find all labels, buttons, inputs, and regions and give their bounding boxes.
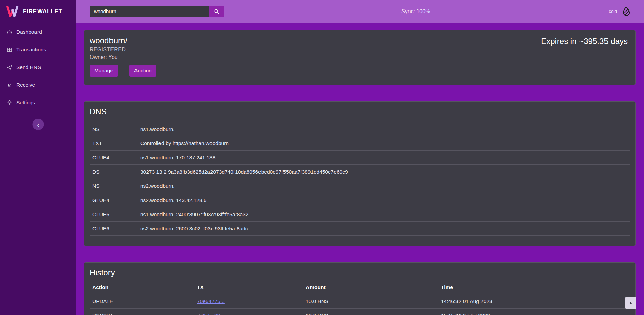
dns-record-value: Controlled by https://nathan.woodburn	[138, 136, 630, 151]
manage-button[interactable]: Manage	[90, 65, 118, 77]
app-root: FIREWALLET Dashboard Transactions Send H…	[0, 0, 644, 315]
sidebar-item-label: Settings	[16, 99, 35, 106]
domain-expiry: Expires in ~395.35 days	[541, 36, 628, 46]
history-amount: 10.0 HNS	[303, 294, 438, 309]
brand: FIREWALLET	[0, 0, 76, 23]
dns-record-type: TXT	[90, 136, 138, 151]
history-row: RENEW d79c5e08... 10.0 HNS 15:15:36 07 J…	[90, 309, 630, 315]
sidebar-item-settings[interactable]: Settings	[0, 94, 76, 111]
dns-record-row: TXT Controlled by https://nathan.woodbur…	[90, 136, 630, 151]
sidebar-item-send-hns[interactable]: Send HNS	[0, 59, 76, 76]
tx-link[interactable]: d79c5e08...	[197, 313, 224, 315]
sidebar-item-label: Dashboard	[16, 29, 42, 35]
dns-record-value: ns2.woodburn. 143.42.128.6	[138, 193, 630, 207]
search-button[interactable]	[209, 6, 224, 17]
brand-name: FIREWALLET	[23, 8, 63, 15]
search-box	[90, 6, 224, 17]
gear-icon	[7, 100, 13, 106]
domain-owner: Owner: You	[90, 54, 156, 60]
scroll-to-top-button[interactable]: ▲	[625, 297, 636, 309]
domain-card-left: woodburn/ REGISTERED Owner: You Manage A…	[90, 36, 156, 77]
dns-record-type: GLUE4	[90, 151, 138, 165]
sidebar: FIREWALLET Dashboard Transactions Send H…	[0, 0, 76, 315]
history-table: Action TX Amount Time UPDATE 70e64775...…	[90, 280, 630, 315]
history-time: 14:46:32 01 Aug 2023	[438, 294, 630, 309]
dns-record-row: DS 30273 13 2 9a3a8fb3d625d2a2073d740f10…	[90, 165, 630, 179]
sidebar-collapse-button[interactable]: ‹	[32, 119, 44, 130]
sync-status: Sync: 100%	[401, 8, 430, 15]
sidebar-item-label: Receive	[16, 82, 35, 88]
dns-record-type: GLUE6	[90, 207, 138, 222]
history-amount: 10.0 HNS	[303, 309, 438, 315]
dns-record-value: ns2.woodburn.	[138, 179, 630, 193]
tx-link[interactable]: 70e64775...	[197, 298, 225, 304]
history-col-action: Action	[90, 280, 194, 294]
firewallet-flame-icon[interactable]	[620, 5, 633, 18]
dns-record-type: GLUE4	[90, 193, 138, 207]
table-icon	[7, 47, 13, 53]
receive-icon	[7, 82, 13, 88]
dns-record-row: NS ns1.woodburn.	[90, 122, 630, 136]
dns-table: NS ns1.woodburn. TXT Controlled by https…	[90, 122, 630, 236]
dns-record-value: ns1.woodburn. 2400:8907::f03c:93ff:fe5a:…	[138, 207, 630, 222]
dns-record-row: NS ns2.woodburn.	[90, 179, 630, 193]
sidebar-item-dashboard[interactable]: Dashboard	[0, 23, 76, 41]
history-row: UPDATE 70e64775... 10.0 HNS 14:46:32 01 …	[90, 294, 630, 309]
dns-record-type: DS	[90, 165, 138, 179]
domain-actions: Manage Auction	[90, 65, 156, 77]
dns-record-value: 30273 13 2 9a3a8fb3d625d2a2073d740f10da6…	[138, 165, 630, 179]
auction-button[interactable]: Auction	[129, 65, 156, 77]
history-time: 15:15:36 07 Jul 2023	[438, 309, 630, 315]
history-card: History Action TX Amount Time UPDATE	[84, 262, 636, 315]
history-action: UPDATE	[90, 294, 194, 309]
dns-title: DNS	[90, 107, 630, 116]
history-header-row: Action TX Amount Time	[90, 280, 630, 294]
dns-card: DNS NS ns1.woodburn. TXT Controlled by h…	[84, 101, 636, 246]
dns-record-value: ns1.woodburn.	[138, 122, 630, 136]
wallet-name: cold	[609, 9, 617, 14]
topbar: Sync: 100% cold	[76, 0, 644, 23]
dns-record-type: NS	[90, 179, 138, 193]
dns-record-row: GLUE4 ns1.woodburn. 170.187.241.138	[90, 151, 630, 165]
sidebar-nav: Dashboard Transactions Send HNS Receive	[0, 23, 76, 111]
firewallet-logo-icon	[5, 5, 19, 18]
main-column: Sync: 100% cold woodburn/ REGISTERED Own…	[76, 0, 644, 315]
send-icon	[7, 65, 13, 70]
dns-record-row: GLUE6 ns2.woodburn. 2600:3c02::f03c:93ff…	[90, 222, 630, 236]
gauge-icon	[7, 29, 13, 35]
sidebar-item-label: Transactions	[16, 47, 46, 53]
dns-record-row: GLUE6 ns1.woodburn. 2400:8907::f03c:93ff…	[90, 207, 630, 222]
search-icon	[214, 9, 219, 14]
history-col-amount: Amount	[303, 280, 438, 294]
page-content: woodburn/ REGISTERED Owner: You Manage A…	[76, 23, 644, 315]
history-col-time: Time	[438, 280, 630, 294]
dns-record-type: GLUE6	[90, 222, 138, 236]
sidebar-item-receive[interactable]: Receive	[0, 76, 76, 94]
history-action: RENEW	[90, 309, 194, 315]
history-col-tx: TX	[194, 280, 303, 294]
sidebar-item-label: Send HNS	[16, 64, 41, 70]
domain-name-title: woodburn/	[90, 36, 156, 45]
wallet-indicator: cold	[609, 6, 644, 17]
search-input[interactable]	[90, 6, 209, 17]
domain-status: REGISTERED	[90, 47, 156, 53]
domain-card: woodburn/ REGISTERED Owner: You Manage A…	[84, 30, 636, 85]
history-title: History	[90, 268, 630, 277]
dns-record-value: ns1.woodburn. 170.187.241.138	[138, 151, 630, 165]
dns-record-type: NS	[90, 122, 138, 136]
dns-record-value: ns2.woodburn. 2600:3c02::f03c:93ff:fe5a:…	[138, 222, 630, 236]
sidebar-item-transactions[interactable]: Transactions	[0, 41, 76, 59]
dns-record-row: GLUE4 ns2.woodburn. 143.42.128.6	[90, 193, 630, 207]
